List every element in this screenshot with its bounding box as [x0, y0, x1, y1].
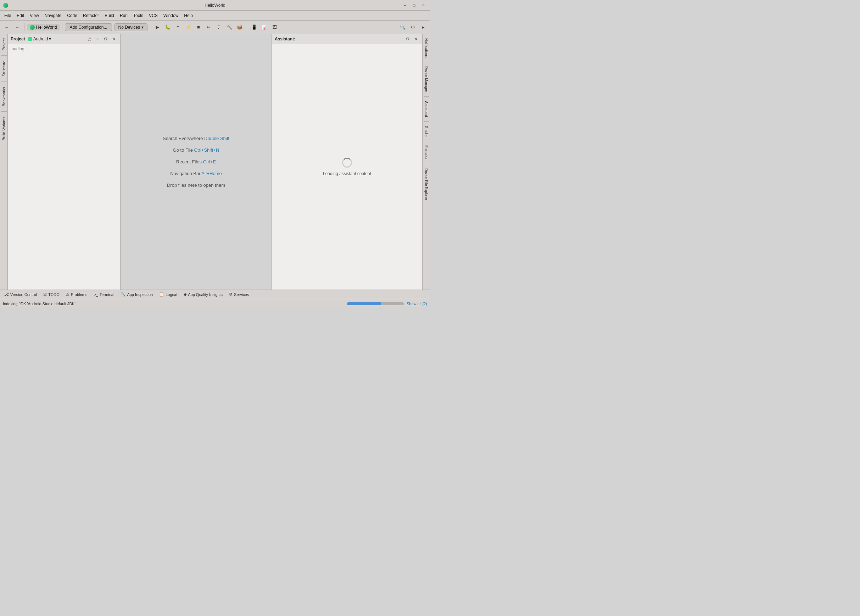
minimize-button[interactable]: − [401, 2, 409, 9]
project-panel-icons: ◎ ≡ ⚙ ✕ [86, 35, 117, 42]
indexing-progress-fill [347, 303, 381, 305]
toolbar-separator-2 [62, 24, 63, 31]
assistant-close-button[interactable]: ✕ [412, 35, 419, 42]
device-manager-toolbar-button[interactable]: 📱 [250, 23, 259, 32]
android-icon [28, 37, 32, 41]
tab-version-control[interactable]: ⎇ Version Control [2, 292, 40, 297]
add-configuration-button[interactable]: Add Configuration... [65, 24, 111, 31]
maximize-button[interactable]: □ [410, 2, 418, 9]
build-button[interactable]: 🔨 [225, 23, 234, 32]
search-everywhere-button[interactable]: 🔍 [398, 23, 407, 32]
project-close-button[interactable]: ✕ [110, 35, 117, 42]
status-bar: Indexing JDK 'Android Studio default JDK… [0, 299, 430, 308]
gradle-strip-button[interactable]: Gradle [424, 123, 429, 139]
settings-button[interactable]: ⚙ [408, 23, 417, 32]
version-control-label: Version Control [10, 292, 37, 297]
menu-help[interactable]: Help [181, 12, 196, 19]
build-variants-strip-button[interactable]: Build Variants [1, 114, 7, 143]
assistant-header-icons: ⚙ ✕ [404, 35, 419, 42]
hint2-prefix: Go to File [173, 147, 194, 153]
editor-hint-5: Drop files here to open them [167, 183, 225, 188]
toolbar-separator-1 [24, 24, 25, 31]
project-label: HelloWorld [27, 24, 60, 30]
no-devices-button[interactable]: No Devices ▾ [115, 24, 148, 31]
todo-label: TODO [48, 292, 60, 297]
version-control-icon: ⎇ [4, 292, 9, 297]
menu-navigate[interactable]: Navigate [42, 12, 64, 19]
device-manager-strip-button[interactable]: Device Manager [424, 63, 429, 95]
notifications-strip-button[interactable]: Notifications [424, 35, 429, 60]
no-devices-label: No Devices [118, 25, 140, 30]
stop-button[interactable]: ■ [194, 23, 203, 32]
right-panel-strip: Notifications Device Manager Assistant G… [422, 34, 430, 290]
project-panel-header: Project Android ▾ ◎ ≡ ⚙ ✕ [8, 34, 120, 44]
menu-file[interactable]: File [2, 12, 14, 19]
attach-button[interactable]: ⤴ [215, 23, 224, 32]
project-locate-button[interactable]: ◎ [86, 35, 93, 42]
close-button[interactable]: ✕ [419, 2, 427, 9]
bottom-tabs-bar: ⎇ Version Control ☑ TODO ⚠ Problems >_ T… [0, 290, 430, 299]
project-strip-button[interactable]: Project [1, 35, 7, 53]
assistant-panel-title: Assistant: [275, 36, 295, 41]
menu-window[interactable]: Window [160, 12, 182, 19]
tab-terminal[interactable]: >_ Terminal [91, 292, 117, 297]
right-strip-sep-1 [424, 62, 429, 62]
right-strip-sep-5 [424, 164, 429, 164]
project-icon [30, 25, 35, 30]
tab-app-inspection[interactable]: 🔍 App Inspection [118, 292, 155, 297]
menu-vcs[interactable]: VCS [146, 12, 160, 19]
debug-button[interactable]: 🐛 [163, 23, 172, 32]
project-options-button[interactable]: ⚙ [102, 35, 109, 42]
services-label: Services [234, 292, 249, 297]
structure-strip-button[interactable]: Structure [1, 58, 7, 79]
android-view-label: Android [33, 36, 48, 41]
window-title: HelloWorld [204, 3, 225, 8]
tab-logcat[interactable]: 📋 Logcat [156, 292, 180, 297]
show-all-button[interactable]: Show all (2) [406, 302, 427, 306]
layout-inspector-button[interactable]: 🖼 [270, 23, 279, 32]
profile-button[interactable]: ⚡ [184, 23, 193, 32]
assistant-content: Loading assistant content [272, 44, 422, 290]
sdk-manager-button[interactable]: 📦 [235, 23, 244, 32]
menu-refactor[interactable]: Refactor [80, 12, 102, 19]
editor-area: Search Everywhere Double Shift Go to Fil… [121, 34, 271, 290]
menu-run[interactable]: Run [117, 12, 130, 19]
right-strip-sep-4 [424, 141, 429, 141]
bookmarks-strip-button[interactable]: Bookmarks [1, 84, 7, 109]
menu-edit[interactable]: Edit [14, 12, 27, 19]
app-quality-label: App Quality Insights [188, 292, 223, 297]
right-strip-sep-3 [424, 121, 429, 122]
back-button[interactable]: ← [2, 23, 11, 32]
hint1-prefix: Search Everywhere [163, 136, 204, 141]
android-view-selector[interactable]: Android ▾ [28, 36, 51, 41]
indexing-status-text: Indexing JDK 'Android Studio default JDK… [3, 302, 344, 306]
menu-bar: File Edit View Navigate Code Refactor Bu… [0, 11, 430, 20]
menu-code[interactable]: Code [64, 12, 80, 19]
run-with-coverage-button[interactable]: ≡ [173, 23, 182, 32]
assistant-strip-button[interactable]: Assistant [424, 98, 429, 120]
tab-problems[interactable]: ⚠ Problems [63, 292, 90, 297]
sync-button[interactable]: ↩ [204, 23, 213, 32]
forward-button[interactable]: → [13, 23, 22, 32]
project-content: loading... [8, 44, 120, 290]
profiler-button[interactable]: 📊 [260, 23, 269, 32]
assistant-panel-header: Assistant: ⚙ ✕ [272, 34, 422, 44]
editor-hint-1: Search Everywhere Double Shift [163, 136, 229, 141]
menu-build[interactable]: Build [102, 12, 117, 19]
title-bar: HelloWorld − □ ✕ [0, 0, 430, 11]
tab-app-quality-insights[interactable]: ◆ App Quality Insights [181, 292, 226, 297]
window-controls: − □ ✕ [401, 2, 427, 9]
run-button[interactable]: ▶ [153, 23, 162, 32]
tab-todo[interactable]: ☑ TODO [41, 292, 63, 297]
menu-view[interactable]: View [27, 12, 42, 19]
project-collapse-button[interactable]: ≡ [94, 35, 101, 42]
assistant-panel: Assistant: ⚙ ✕ Loading assistant content [271, 34, 422, 290]
tab-services[interactable]: ⚙ Services [226, 292, 252, 297]
logcat-label: Logcat [166, 292, 177, 297]
editor-hint-4: Navigation Bar Alt+Home [170, 171, 222, 176]
assistant-settings-button[interactable]: ⚙ [404, 35, 411, 42]
emulator-strip-button[interactable]: Emulator [424, 143, 429, 162]
device-file-explorer-strip-button[interactable]: Device File Explorer [424, 166, 429, 203]
menu-tools[interactable]: Tools [130, 12, 146, 19]
toolbar-more-button[interactable]: ▸ [419, 23, 428, 32]
